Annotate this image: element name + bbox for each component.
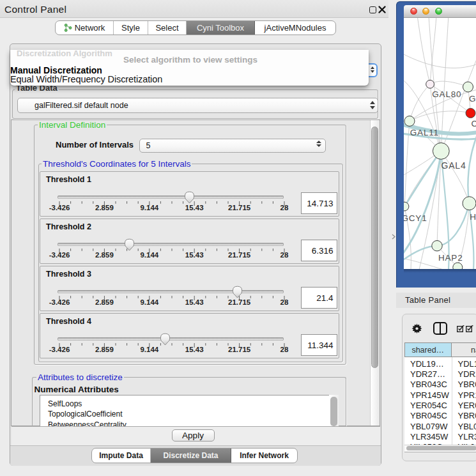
svg-text:C: C bbox=[472, 118, 476, 128]
svg-text:GAL4: GAL4 bbox=[441, 160, 466, 170]
svg-text:H: H bbox=[470, 212, 476, 222]
svg-text:HAP2: HAP2 bbox=[438, 252, 463, 262]
svg-text:GAL11: GAL11 bbox=[410, 128, 439, 137]
svg-text:GAL80: GAL80 bbox=[432, 89, 461, 99]
svg-text:GCY1: GCY1 bbox=[404, 213, 427, 222]
svg-text:GA: GA bbox=[469, 94, 476, 104]
